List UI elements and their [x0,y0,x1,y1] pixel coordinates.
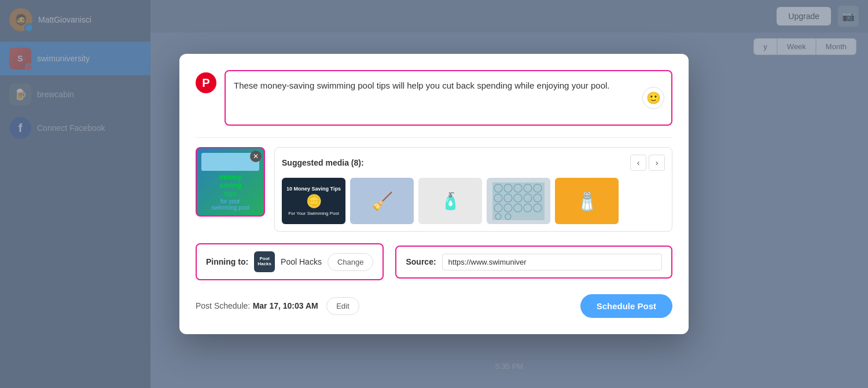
media-thumb-1[interactable]: 10 Money Saving Tips 🪙 For Your Swimming… [282,178,345,224]
media-thumb-4[interactable] [487,178,550,224]
suggested-media-panel: Suggested media (8): ‹ › 10 Money Saving… [274,147,672,232]
suggested-media-title: Suggested media (8): [282,158,364,167]
post-text-input[interactable]: These money-saving swimming pool tips wi… [234,79,663,114]
post-compose-section: P These money-saving swimming pool tips … [196,70,672,126]
media-prev-button[interactable]: ‹ [630,155,646,171]
thumb1-icon: 🪙 [306,194,322,209]
pinterest-icon: P [196,72,216,93]
schedule-post-button[interactable]: Schedule Post [580,294,672,318]
bottom-section: Pinning to: Pool Hacks Pool Hacks Change… [196,243,672,280]
schedule-info: Post Schedule: Mar 17, 10:03 AM Edit [196,297,359,315]
modal-footer: Post Schedule: Mar 17, 10:03 AM Edit Sch… [196,294,672,318]
suggested-media-header: Suggested media (8): ‹ › [282,155,665,171]
media-thumb-2[interactable]: 🧹 [350,178,414,224]
compose-modal: P These money-saving swimming pool tips … [179,54,689,334]
thumb1-title: 10 Money Saving Tips [286,186,341,192]
source-url-input[interactable] [442,254,662,270]
source-label: Source: [406,257,436,266]
schedule-date: Mar 17, 10:03 AM [253,301,318,310]
schedule-prefix: Post Schedule: [196,301,250,310]
media-inner: moneysavingtips for yourswimming pool ✕ … [196,147,672,232]
emoji-button[interactable]: 🙂 [642,87,664,109]
modal-overlay: P These money-saving swimming pool tips … [0,0,868,388]
pool-brush-icon: 🧹 [372,191,393,211]
chemicals-icon: 🧴 [440,192,461,211]
board-name-label: Pool Hacks [281,257,322,266]
baking-soda-icon: 🧂 [576,191,598,211]
post-text-wrapper: These money-saving swimming pool tips wi… [225,70,672,126]
selected-image[interactable]: moneysavingtips for yourswimming pool ✕ [196,147,265,217]
media-nav-arrows: ‹ › [630,155,665,171]
source-box: Source: [395,246,672,279]
pinning-box: Pinning to: Pool Hacks Pool Hacks Change [196,243,384,280]
media-thumb-5[interactable]: 🧂 [555,178,619,224]
pool-cover-svg [492,182,545,220]
pinning-label: Pinning to: [206,257,248,266]
edit-schedule-button[interactable]: Edit [326,297,359,315]
media-thumbnails: 10 Money Saving Tips 🪙 For Your Swimming… [282,178,665,224]
media-next-button[interactable]: › [649,155,665,171]
change-board-button[interactable]: Change [328,253,374,271]
remove-image-button[interactable]: ✕ [250,151,262,162]
thumb1-sub: For Your Swimming Pool [288,211,339,216]
media-section: moneysavingtips for yourswimming pool ✕ … [196,137,672,232]
board-icon: Pool Hacks [254,251,275,272]
media-thumb-3[interactable]: 🧴 [418,178,482,224]
selected-img-subtext: for yourswimming pool [211,198,249,211]
selected-img-text: moneysavingtips [219,173,242,198]
